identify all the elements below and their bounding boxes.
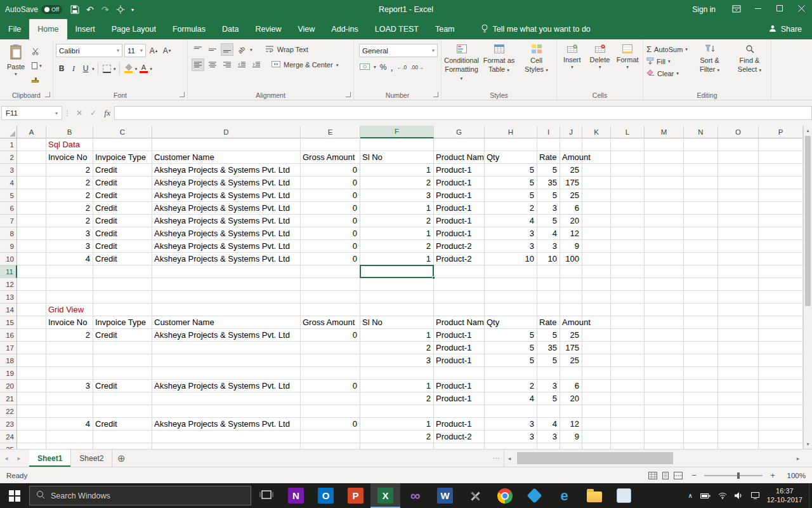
cell-B3[interactable]: 2 <box>46 164 93 177</box>
formula-bar-splitter[interactable]: ⋮ <box>62 109 72 117</box>
cell-P18[interactable] <box>759 354 803 367</box>
cell-P7[interactable] <box>759 215 803 227</box>
cell-A13[interactable] <box>17 291 46 304</box>
cell-A21[interactable] <box>17 392 46 405</box>
cell-H13[interactable] <box>485 291 537 304</box>
cell-M10[interactable] <box>645 253 684 265</box>
format-painter-button[interactable] <box>30 75 43 84</box>
cell-P14[interactable] <box>759 304 803 316</box>
cell-O23[interactable] <box>718 418 759 431</box>
increase-font-size-button[interactable]: A▴ <box>148 44 159 57</box>
cell-A17[interactable] <box>17 342 46 354</box>
cell-E19[interactable] <box>301 367 360 380</box>
cell-P10[interactable] <box>759 253 803 265</box>
cell-H18[interactable]: 5 <box>485 354 537 367</box>
column-header-B[interactable]: B <box>46 126 93 138</box>
cell-C4[interactable]: Credit <box>93 177 152 189</box>
cut-button[interactable] <box>30 47 43 57</box>
cell-I19[interactable] <box>537 367 560 380</box>
cell-D21[interactable] <box>152 392 301 405</box>
cell-D6[interactable]: Aksheya Projects & Systems Pvt. Ltd <box>152 202 301 215</box>
cell-B12[interactable] <box>46 278 93 291</box>
cell-G9[interactable]: Product-2 <box>434 240 485 253</box>
cell-F13[interactable] <box>360 291 434 304</box>
cell-J8[interactable]: 12 <box>560 227 582 240</box>
column-header-H[interactable]: H <box>485 126 537 138</box>
scroll-down-arrow-icon[interactable]: ▾ <box>804 439 812 449</box>
cell-N13[interactable] <box>684 291 718 304</box>
conditional-formatting-button[interactable]: Conditional Formatting ▾ <box>443 41 480 90</box>
align-right-button[interactable] <box>221 58 233 71</box>
cell-E5[interactable]: 0 <box>301 189 360 202</box>
cell-O18[interactable] <box>718 354 759 367</box>
row-header-18[interactable]: 18 <box>0 354 17 367</box>
cell-M20[interactable] <box>645 380 684 392</box>
cell-H25[interactable] <box>485 443 537 449</box>
taskbar-file-explorer-button[interactable] <box>579 483 609 508</box>
cell-L5[interactable] <box>611 189 645 202</box>
cell-B16[interactable]: 2 <box>46 329 93 342</box>
cell-F2[interactable]: Sl No <box>360 151 434 164</box>
cell-A10[interactable] <box>17 253 46 265</box>
cell-M9[interactable] <box>645 240 684 253</box>
cell-M23[interactable] <box>645 418 684 431</box>
row-header-7[interactable]: 7 <box>0 215 17 227</box>
cell-F14[interactable] <box>360 304 434 316</box>
volume-icon[interactable] <box>735 492 743 499</box>
status-normal-view-button[interactable] <box>647 470 658 481</box>
cell-A8[interactable] <box>17 227 46 240</box>
tab-insert[interactable]: Insert <box>67 19 103 39</box>
cell-D18[interactable] <box>152 354 301 367</box>
cell-P12[interactable] <box>759 278 803 291</box>
cell-L11[interactable] <box>611 265 645 278</box>
cell-F11[interactable] <box>360 265 434 278</box>
cell-C6[interactable]: Credit <box>93 202 152 215</box>
qat-touch-mode-button[interactable] <box>113 2 128 17</box>
cell-J5[interactable]: 25 <box>560 189 582 202</box>
tab-home[interactable]: Home <box>29 19 67 39</box>
cell-E16[interactable]: 0 <box>301 329 360 342</box>
cell-O21[interactable] <box>718 392 759 405</box>
cell-O15[interactable] <box>718 316 759 329</box>
cell-G21[interactable]: Product-1 <box>434 392 485 405</box>
row-header-24[interactable]: 24 <box>0 431 17 443</box>
cell-N12[interactable] <box>684 278 718 291</box>
zoom-level[interactable]: 100% <box>783 472 806 479</box>
cell-A5[interactable] <box>17 189 46 202</box>
cell-B17[interactable] <box>46 342 93 354</box>
cell-J2[interactable]: Amount <box>560 151 582 164</box>
cell-C24[interactable] <box>93 431 152 443</box>
cell-C3[interactable]: Credit <box>93 164 152 177</box>
sheet-nav-left-button[interactable]: ◂ <box>0 450 13 467</box>
vertical-scroll-thumb[interactable] <box>805 136 811 306</box>
clipboard-dialog-launcher[interactable] <box>45 92 50 97</box>
cell-K21[interactable] <box>582 392 611 405</box>
cell-J1[interactable] <box>560 138 582 151</box>
cell-C18[interactable] <box>93 354 152 367</box>
cell-E24[interactable] <box>301 431 360 443</box>
find-select-button[interactable]: Find & Select ▾ <box>730 41 769 90</box>
row-header-10[interactable]: 10 <box>0 253 17 265</box>
cell-A9[interactable] <box>17 240 46 253</box>
tab-review[interactable]: Review <box>247 19 289 39</box>
taskbar-outlook-button[interactable]: O <box>311 483 341 508</box>
horizontal-scroll-thumb[interactable] <box>517 452 673 464</box>
cell-L6[interactable] <box>611 202 645 215</box>
row-header-8[interactable]: 8 <box>0 227 17 240</box>
cell-N24[interactable] <box>684 431 718 443</box>
cell-K7[interactable] <box>582 215 611 227</box>
cell-E17[interactable] <box>301 342 360 354</box>
zoom-in-button[interactable]: + <box>768 471 777 480</box>
column-header-K[interactable]: K <box>582 126 611 138</box>
cell-J17[interactable]: 175 <box>560 342 582 354</box>
column-header-P[interactable]: P <box>759 126 803 138</box>
cell-G10[interactable]: Product-2 <box>434 253 485 265</box>
cell-E22[interactable] <box>301 405 360 418</box>
cell-M6[interactable] <box>645 202 684 215</box>
cell-L12[interactable] <box>611 278 645 291</box>
tab-view[interactable]: View <box>289 19 323 39</box>
cell-H7[interactable]: 4 <box>485 215 537 227</box>
cell-P4[interactable] <box>759 177 803 189</box>
cell-J25[interactable] <box>560 443 582 449</box>
cell-E8[interactable]: 0 <box>301 227 360 240</box>
